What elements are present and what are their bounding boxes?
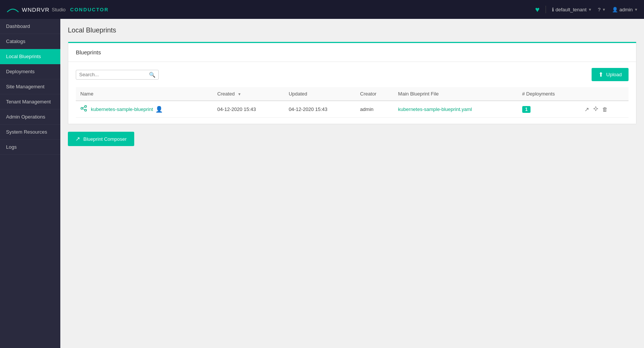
user-icon: 👤 xyxy=(155,106,163,113)
tenant-label: default_tenant xyxy=(555,7,586,12)
upload-label: Upload xyxy=(606,72,622,77)
col-name: Name xyxy=(76,87,213,101)
table-row: kubernetes-sample-blueprint 👤 04-12-2020… xyxy=(76,101,629,118)
admin-menu[interactable]: 👤 admin ▼ xyxy=(612,7,638,12)
blueprints-table: Name Created ▼ Updated Creator Main Blue… xyxy=(76,87,629,118)
sidebar-item-deployments[interactable]: Deployments xyxy=(0,64,60,79)
col-created[interactable]: Created ▼ xyxy=(213,87,284,101)
brand: WNDRVR Studio CONDUCTOR xyxy=(6,6,109,13)
delete-icon[interactable]: 🗑 xyxy=(602,106,608,112)
table-body: kubernetes-sample-blueprint 👤 04-12-2020… xyxy=(76,101,629,118)
sidebar-item-logs[interactable]: Logs xyxy=(0,140,60,155)
table-toolbar: 🔍 ⬆ Upload xyxy=(76,68,629,81)
col-updated: Updated xyxy=(284,87,356,101)
table-header-row: Name Created ▼ Updated Creator Main Blue… xyxy=(76,87,629,101)
main-content: Local Blueprints Blueprints 🔍 ⬆ Upload xyxy=(60,19,644,348)
sidebar-item-catalogs[interactable]: Catalogs xyxy=(0,34,60,49)
brand-arc-icon xyxy=(6,6,20,13)
cell-creator: admin xyxy=(356,101,394,118)
cell-created: 04-12-2020 15:43 xyxy=(213,101,284,118)
table-header: Name Created ▼ Updated Creator Main Blue… xyxy=(76,87,629,101)
share-icon[interactable]: ↗ xyxy=(584,106,589,113)
col-creator: Creator xyxy=(356,87,394,101)
sidebar-item-tenant-management[interactable]: Tenant Management xyxy=(0,94,60,109)
external-link-icon: ↗ xyxy=(75,136,80,142)
heart-icon: ♥ xyxy=(535,5,540,14)
svg-line-3 xyxy=(83,107,85,108)
pin-icon[interactable] xyxy=(593,106,598,112)
navbar-divider xyxy=(546,6,546,13)
col-actions xyxy=(580,87,629,101)
app-body: DashboardCatalogsLocal BlueprintsDeploym… xyxy=(0,19,644,348)
search-input[interactable] xyxy=(79,72,149,77)
upload-button[interactable]: ⬆ Upload xyxy=(592,68,629,81)
col-main-blueprint-file: Main Blueprint File xyxy=(394,87,518,101)
composer-label: Blueprint Composer xyxy=(83,136,127,142)
svg-point-0 xyxy=(81,108,83,109)
deployments-badge: 1 xyxy=(522,106,531,113)
card-body: 🔍 ⬆ Upload Name Created ▼ xyxy=(68,62,636,124)
card-header: Blueprints xyxy=(68,43,636,62)
cell-main-blueprint-file: kubernetes-sample-blueprint.yaml xyxy=(394,101,518,118)
sidebar-item-local-blueprints[interactable]: Local Blueprints xyxy=(0,49,60,64)
blueprint-file-link[interactable]: kubernetes-sample-blueprint.yaml xyxy=(398,106,472,112)
admin-icon: 👤 xyxy=(612,7,618,12)
sidebar-item-dashboard[interactable]: Dashboard xyxy=(0,19,60,34)
sidebar: DashboardCatalogsLocal BlueprintsDeploym… xyxy=(0,19,60,348)
blueprint-composer-button[interactable]: ↗ Blueprint Composer xyxy=(68,132,134,146)
admin-label: admin xyxy=(619,7,633,12)
cell-updated: 04-12-2020 15:43 xyxy=(284,101,356,118)
help-label: ? xyxy=(598,7,601,12)
cell-actions: ↗ 🗑 xyxy=(580,101,629,118)
blueprint-name-link[interactable]: kubernetes-sample-blueprint xyxy=(91,106,153,112)
tenant-menu[interactable]: ℹ default_tenant ▼ xyxy=(552,7,592,12)
sidebar-item-site-management[interactable]: Site Management xyxy=(0,79,60,94)
navbar: WNDRVR Studio CONDUCTOR ♥ ℹ default_tena… xyxy=(0,0,644,19)
search-wrapper: 🔍 xyxy=(76,70,159,80)
tenant-caret-icon: ▼ xyxy=(588,8,592,12)
brand-studio-text: Studio xyxy=(52,7,66,12)
help-menu[interactable]: ? ▼ xyxy=(598,7,606,12)
cell-num-deployments: 1 xyxy=(518,101,580,118)
brand-logo: WNDRVR Studio xyxy=(6,6,66,13)
sort-icon: ▼ xyxy=(238,92,241,96)
sidebar-item-system-resources[interactable]: System Resources xyxy=(0,125,60,140)
help-caret-icon: ▼ xyxy=(602,8,606,12)
col-num-deployments: # Deployments xyxy=(518,87,580,101)
admin-caret-icon: ▼ xyxy=(634,8,638,12)
svg-line-4 xyxy=(83,109,85,110)
search-icon: 🔍 xyxy=(149,72,155,78)
blueprints-card: Blueprints 🔍 ⬆ Upload xyxy=(68,42,636,124)
svg-point-2 xyxy=(85,109,87,111)
blueprint-icon xyxy=(80,105,87,114)
navbar-right: ♥ ℹ default_tenant ▼ ? ▼ 👤 admin ▼ xyxy=(535,5,638,14)
sidebar-item-admin-operations[interactable]: Admin Operations xyxy=(0,109,60,125)
brand-conductor-text: CONDUCTOR xyxy=(70,7,109,12)
cell-name: kubernetes-sample-blueprint 👤 xyxy=(76,101,213,118)
tenant-icon: ℹ xyxy=(552,7,554,12)
brand-wndrvr-text: WNDRVR xyxy=(22,6,49,13)
upload-icon: ⬆ xyxy=(598,71,603,78)
page-title: Local Blueprints xyxy=(68,26,636,34)
svg-point-1 xyxy=(85,106,87,108)
